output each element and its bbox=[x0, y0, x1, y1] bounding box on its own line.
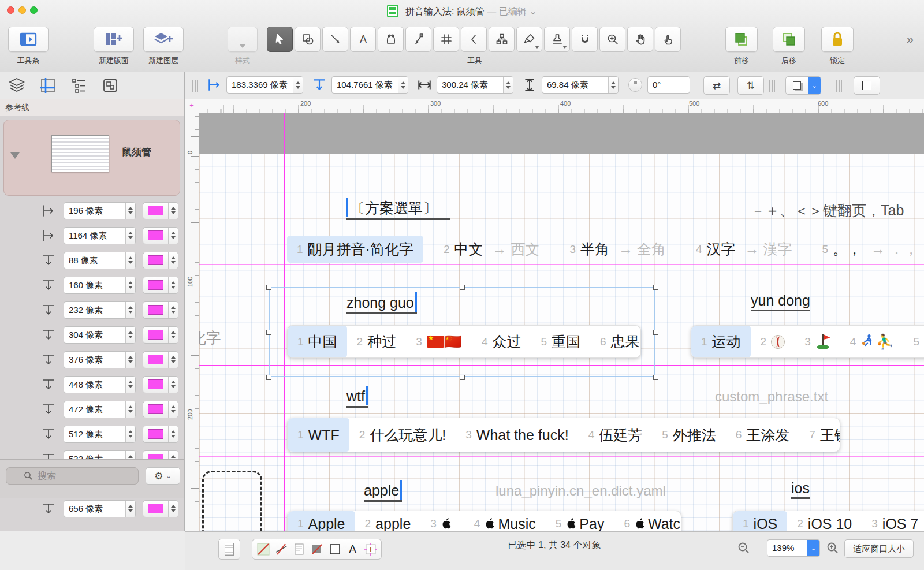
guide-color-stepper[interactable] bbox=[168, 203, 178, 219]
selection-handle[interactable] bbox=[266, 375, 271, 380]
guide-color-well[interactable] bbox=[143, 202, 178, 219]
inspector-grip[interactable] bbox=[192, 80, 198, 92]
guide-color-stepper[interactable] bbox=[168, 252, 178, 269]
title-chevron-down-icon[interactable]: ⌄ bbox=[529, 6, 536, 16]
stamp-tool[interactable] bbox=[544, 27, 570, 52]
zoom-in-button[interactable] bbox=[826, 541, 840, 555]
guide-position-stepper[interactable] bbox=[125, 377, 135, 393]
browse-tool[interactable] bbox=[655, 27, 681, 52]
guide-color-well[interactable] bbox=[143, 500, 178, 517]
new-canvas-button[interactable] bbox=[94, 27, 134, 52]
settings-menu-button[interactable]: ⚙ ⌄ bbox=[146, 467, 180, 485]
diagram-tool[interactable] bbox=[489, 27, 515, 52]
text-handles-well[interactable]: T bbox=[362, 541, 379, 557]
guide-position-field[interactable]: 88 像素 bbox=[64, 252, 136, 269]
guide-position-stepper[interactable] bbox=[125, 426, 135, 442]
guide-color-stepper[interactable] bbox=[168, 352, 178, 368]
new-layer-button[interactable] bbox=[143, 27, 184, 52]
fit-window-button[interactable]: 适应窗口大小 bbox=[844, 539, 914, 558]
shape-tool[interactable] bbox=[295, 27, 321, 52]
horizontal-guide-line[interactable] bbox=[199, 264, 924, 265]
canvas-viewport[interactable]: －＋、＜＞键翻页，Tab 化字 〔方案選單〕1朙月拼音·简化字2中文→ 西文3半… bbox=[199, 113, 924, 531]
guide-color-well[interactable] bbox=[143, 426, 178, 443]
width-stepper[interactable] bbox=[503, 77, 513, 93]
dashed-placeholder-shape[interactable] bbox=[202, 471, 262, 531]
guide-position-field[interactable]: 656 像素 bbox=[64, 500, 136, 517]
guide-position-field[interactable]: 472 像素 bbox=[64, 401, 136, 418]
guide-position-field[interactable]: 304 像素 bbox=[64, 326, 136, 344]
tab-outline-icon[interactable] bbox=[70, 77, 88, 94]
hand-tool[interactable] bbox=[627, 27, 653, 52]
tab-objects-icon[interactable] bbox=[102, 77, 119, 94]
magnet-tool[interactable] bbox=[572, 27, 598, 52]
guide-color-stepper[interactable] bbox=[168, 401, 178, 418]
flip-vertical-button[interactable]: ⇅ bbox=[737, 76, 764, 95]
stroke-none-well[interactable] bbox=[273, 541, 289, 557]
guide-color-well[interactable] bbox=[143, 376, 178, 393]
horizontal-ruler[interactable]: 200300400500600 bbox=[199, 99, 924, 113]
guide-position-field[interactable]: 448 像素 bbox=[64, 376, 136, 393]
guide-position-stepper[interactable] bbox=[125, 352, 135, 368]
height-field[interactable]: 69.84 像素 bbox=[542, 76, 619, 94]
canvas-list-item[interactable]: 鼠须管 bbox=[3, 120, 180, 196]
rotation-knob[interactable] bbox=[628, 78, 642, 92]
bring-forward-button[interactable] bbox=[725, 27, 758, 52]
shadow-style-button[interactable]: ⌄ bbox=[785, 76, 821, 95]
selection-handle[interactable] bbox=[460, 285, 465, 290]
guide-position-stepper[interactable] bbox=[125, 302, 135, 318]
zoom-out-button[interactable] bbox=[737, 541, 751, 555]
point-edit-tool[interactable] bbox=[405, 27, 431, 52]
guide-color-well[interactable] bbox=[143, 301, 178, 319]
inspector-grip-2[interactable] bbox=[769, 80, 775, 92]
canvas-nav-button[interactable] bbox=[218, 539, 240, 560]
text-tool[interactable]: A bbox=[350, 27, 376, 52]
artboard-tool[interactable] bbox=[433, 27, 459, 52]
flip-horizontal-button[interactable]: ⇄ bbox=[703, 76, 730, 95]
stroke-style-button[interactable] bbox=[854, 76, 880, 95]
line-tool[interactable] bbox=[322, 27, 348, 52]
guide-position-field[interactable]: 232 像素 bbox=[64, 301, 136, 319]
guide-color-stepper[interactable] bbox=[168, 501, 178, 517]
guide-color-well[interactable] bbox=[143, 252, 178, 269]
shadow-none-well[interactable] bbox=[308, 541, 325, 557]
y-position-field[interactable]: 104.7661 像素 bbox=[331, 76, 408, 94]
draw-tool[interactable] bbox=[378, 27, 404, 52]
lock-button[interactable] bbox=[821, 27, 854, 52]
width-field[interactable]: 300.24 像素 bbox=[437, 76, 513, 94]
shape-style-well[interactable] bbox=[326, 541, 343, 557]
selection-handle[interactable] bbox=[653, 330, 658, 335]
fill-none-well[interactable] bbox=[255, 541, 271, 557]
guide-color-well[interactable] bbox=[143, 401, 178, 418]
guide-position-stepper[interactable] bbox=[125, 203, 135, 219]
guide-color-stepper[interactable] bbox=[168, 277, 178, 293]
x-position-field[interactable]: 183.3369 像素 bbox=[226, 76, 303, 94]
selection-handle[interactable] bbox=[653, 285, 658, 290]
guide-position-stepper[interactable] bbox=[125, 277, 135, 293]
guide-position-stepper[interactable] bbox=[125, 228, 135, 244]
tab-guides-icon[interactable] bbox=[39, 77, 57, 94]
style-brush-tool[interactable] bbox=[516, 27, 542, 52]
guide-color-stepper[interactable] bbox=[168, 228, 178, 244]
send-backward-button[interactable] bbox=[773, 27, 805, 52]
zoom-tool[interactable] bbox=[599, 27, 625, 52]
guide-color-stepper[interactable] bbox=[168, 377, 178, 393]
guide-position-stepper[interactable] bbox=[125, 501, 135, 517]
height-stepper[interactable] bbox=[608, 77, 618, 93]
guide-position-field[interactable]: 1164 像素 bbox=[64, 227, 136, 244]
guide-color-well[interactable] bbox=[143, 326, 178, 344]
toolbar-overflow-chevron[interactable]: » bbox=[907, 32, 914, 47]
guide-position-stepper[interactable] bbox=[125, 327, 135, 343]
guide-color-well[interactable] bbox=[143, 227, 178, 244]
selection-handle[interactable] bbox=[460, 375, 465, 380]
guide-position-stepper[interactable] bbox=[125, 401, 135, 418]
select-tool[interactable] bbox=[267, 27, 293, 52]
x-position-stepper[interactable] bbox=[293, 77, 303, 93]
guide-position-field[interactable]: 196 像素 bbox=[64, 202, 136, 219]
vertical-ruler[interactable]: 0100200 bbox=[185, 113, 199, 531]
ruler-origin[interactable]: + bbox=[185, 99, 199, 113]
rotation-field[interactable]: 0° bbox=[647, 76, 690, 94]
guide-color-well[interactable] bbox=[143, 277, 178, 294]
inspector-grip-3[interactable] bbox=[836, 80, 842, 92]
toggle-toolbar-button[interactable] bbox=[8, 27, 49, 52]
selection-handle[interactable] bbox=[266, 330, 271, 335]
